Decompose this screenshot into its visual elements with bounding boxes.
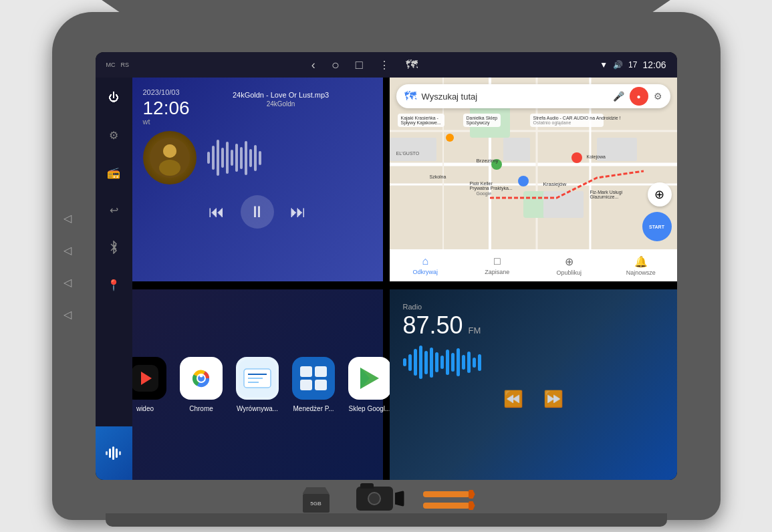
svg-rect-40 [300, 366, 312, 377]
volume-level: 17 [628, 60, 637, 70]
music-controls: ⏮ ⏸ ⏭ [143, 195, 372, 229]
map-label-krasiejow: Krasiejów [543, 181, 567, 187]
radio-label: Radio [403, 303, 664, 311]
left-sidebar: ⏻ ⚙ 📻 ↩ 📍 [96, 78, 132, 426]
zapisane-label: Zapisane [485, 269, 509, 275]
physical-button-1[interactable]: ◁ [57, 208, 78, 228]
radio-prev-button[interactable]: ⏪ [503, 390, 523, 408]
svg-rect-1 [109, 448, 111, 458]
back-nav-button[interactable]: ‹ [311, 58, 315, 72]
clock: 12:06 [642, 59, 666, 70]
najnowsze-label: Najnowsze [626, 269, 656, 276]
map-google-icon: 🗺 [404, 90, 416, 104]
map-label-piotr: Piotr KellerPrywatna Praktyka... [470, 181, 513, 190]
menedzer-app[interactable]: Menedżer P... [292, 357, 335, 412]
svg-rect-42 [300, 380, 312, 390]
radio-frequency: 87.50 [403, 313, 463, 338]
map-panel[interactable]: 🗺 Wyszukaj tutaj 🎤 ● ⚙ Kajaki Krasieńka … [390, 78, 677, 281]
svg-point-8 [163, 144, 176, 158]
waveform-visual [207, 138, 372, 178]
map-bottom-tabs: ⌂ Odkrywaj □ Zapisane ⊕ Opublikuj 🔔 Najn… [390, 249, 677, 281]
status-right: ▼ 🔊 17 12:06 [600, 59, 666, 70]
song-title: 24kGoldn - Love Or Lust.mp3 [190, 91, 372, 99]
radio-controls: ⏪ ⏩ [403, 390, 664, 408]
status-left: MC RS [106, 61, 130, 68]
map-tab-zapisane[interactable]: □ Zapisane [461, 255, 533, 275]
wyrownywarka-app-icon [236, 357, 279, 400]
sd-card-top [303, 487, 330, 494]
recent-nav-button[interactable]: □ [356, 58, 363, 72]
nav-buttons: ‹ ○ □ ⋮ 🗺 [311, 57, 418, 73]
menedzer-label: Menedżer P... [293, 405, 334, 412]
map-compass-button[interactable]: ⊕ [648, 182, 672, 207]
pry-tools-accessory [423, 491, 470, 509]
map-label-elgusto: EL'GUSTO [396, 151, 420, 156]
pry-tool-2 [423, 503, 470, 509]
map-search-bar[interactable]: 🗺 Wyszukaj tutaj 🎤 ● ⚙ [396, 84, 670, 108]
camera-lens [368, 492, 381, 505]
map-mic-icon[interactable]: 🎤 [613, 91, 624, 102]
camera-accessory [356, 487, 396, 513]
prev-button[interactable]: ⏮ [209, 203, 225, 221]
map-record-button[interactable]: ● [630, 87, 648, 106]
rs-label: RS [121, 61, 130, 68]
status-bar: MC RS ‹ ○ □ ⋮ 🗺 ▼ 🔊 17 12:06 [96, 52, 677, 78]
map-label-danielka: Danielka SklepSpożywczy [463, 114, 501, 127]
play-pause-button[interactable]: ⏸ [241, 195, 274, 229]
music-date: 2023/10/03 [143, 88, 190, 96]
physical-button-4[interactable]: ◁ [57, 304, 78, 324]
map-label-brzezimy: Brzezimy [477, 158, 499, 164]
physical-button-3[interactable]: ◁ [57, 272, 78, 292]
radio-band: FM [469, 325, 481, 336]
next-button[interactable]: ⏭ [290, 203, 306, 221]
screen: MC RS ‹ ○ □ ⋮ 🗺 ▼ 🔊 17 12:06 ⏻ ⚙ 📻 ↩ [96, 52, 677, 480]
map-label-kajaki: Kajaki Krasieńka -Spływy Kajakowe... [398, 114, 444, 127]
sklep-app[interactable]: Sklep Googl... [348, 357, 391, 412]
sound-widget[interactable] [96, 426, 132, 480]
svg-rect-41 [315, 366, 327, 377]
map-label-strefa: Strefa Audio - CAR AUDIO na Androidzie !… [530, 114, 604, 127]
sidebar-location-button[interactable]: 📍 [102, 273, 126, 297]
sidebar-back-button[interactable]: ↩ [102, 198, 126, 222]
sidebar-bluetooth-button[interactable] [102, 235, 126, 259]
najnowsze-icon: 🔔 [634, 255, 648, 268]
app-drawer: wideo Chrome [132, 289, 383, 480]
wideo-label: wideo [136, 405, 154, 412]
physical-button-2[interactable]: ◁ [57, 240, 78, 260]
map-start-button[interactable]: START [642, 212, 672, 241]
svg-rect-19 [390, 138, 436, 161]
home-nav-button[interactable]: ○ [332, 57, 340, 73]
search-placeholder-text[interactable]: Wyszukaj tutaj [422, 92, 608, 102]
map-tab-odkrywaj[interactable]: ⌂ Odkrywaj [390, 255, 462, 275]
svg-rect-43 [315, 380, 327, 390]
sidebar-radio-button[interactable]: 📻 [102, 160, 126, 184]
accessories-row: 5GB [303, 487, 470, 513]
chrome-app[interactable]: Chrome [180, 357, 223, 412]
artist-name: 24kGoldn [190, 100, 372, 108]
svg-rect-3 [116, 448, 118, 458]
car-frame: MC RS ‹ ○ □ ⋮ 🗺 ▼ 🔊 17 12:06 ⏻ ⚙ 📻 ↩ [52, 12, 721, 520]
sklep-label: Sklep Googl... [349, 405, 391, 412]
chrome-app-icon [180, 357, 223, 400]
maps-nav-button[interactable]: 🗺 [406, 58, 418, 72]
sidebar-settings-button[interactable]: ⚙ [102, 123, 126, 147]
map-settings-icon[interactable]: ⚙ [654, 91, 662, 102]
camera-tail [395, 491, 404, 507]
map-tab-opublikuj[interactable]: ⊕ Opublikuj [533, 255, 606, 276]
zapisane-icon: □ [494, 255, 501, 267]
more-nav-button[interactable]: ⋮ [379, 59, 390, 72]
opublikuj-label: Opublikuj [556, 269, 582, 276]
odkrywaj-icon: ⌂ [422, 255, 428, 267]
svg-rect-20 [503, 138, 530, 161]
map-label-fizmark: Fiz-Mark UsługiGlazurnicze... [590, 190, 623, 199]
radio-next-button[interactable]: ⏩ [543, 390, 563, 408]
wifi-icon: ▼ [600, 60, 608, 70]
map-tab-najnowsze[interactable]: 🔔 Najnowsze [605, 255, 677, 276]
start-label: START [649, 225, 664, 229]
mc-label: MC [106, 61, 116, 68]
album-art [143, 131, 197, 184]
sound-wave-icon [104, 443, 124, 463]
sidebar-power-button[interactable]: ⏻ [102, 86, 126, 110]
wyrownywarka-app[interactable]: Wyrównywa... [236, 357, 279, 412]
radio-frequency-row: 87.50 FM [403, 313, 664, 338]
